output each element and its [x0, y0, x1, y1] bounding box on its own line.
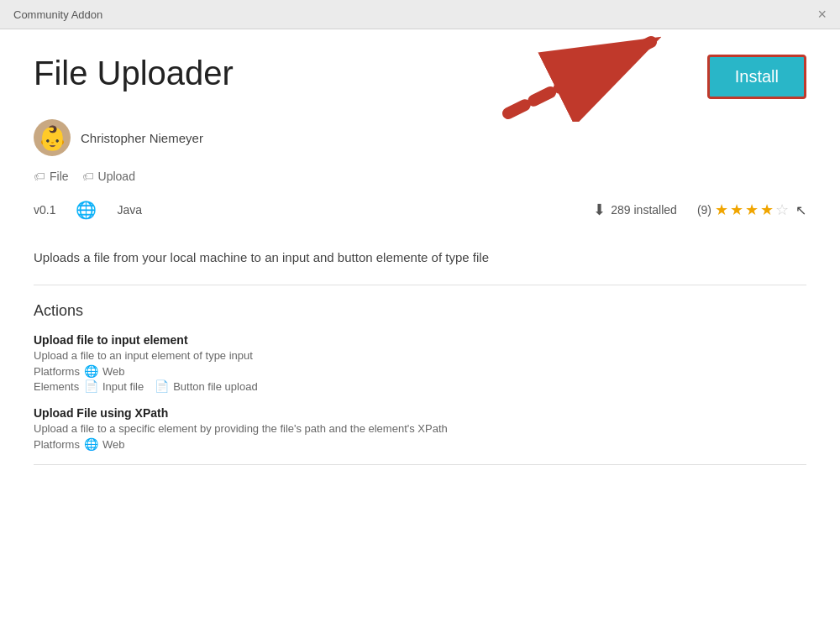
cursor-icon: ↖: [795, 202, 806, 218]
modal-body: File Uploader Install 👶: [0, 29, 840, 622]
action-item-1: Upload file to input element Upload a fi…: [34, 333, 806, 393]
download-icon: ⬇: [593, 201, 606, 219]
installs-count: 289 installed: [611, 203, 677, 217]
globe-icon-1: 🌐: [84, 364, 98, 378]
globe-icon: 🌐: [76, 200, 97, 220]
close-button[interactable]: ×: [817, 7, 827, 22]
arrow-graphic: [491, 29, 676, 122]
platforms-value-1: Web: [102, 365, 125, 378]
globe-icon-2: 🌐: [84, 437, 98, 451]
tags-row: 🏷 File 🏷 Upload: [34, 170, 806, 183]
divider-2: [34, 464, 806, 465]
svg-line-1: [508, 42, 651, 113]
star-4: ★: [760, 201, 774, 219]
tag-file-label: File: [50, 170, 69, 183]
action-2-name: Upload File using XPath: [34, 406, 806, 420]
tag-upload-icon: 🏷: [82, 170, 94, 183]
platforms-value-2: Web: [102, 438, 125, 451]
tag-upload-label: Upload: [98, 170, 135, 183]
tag-file-icon: 🏷: [34, 170, 45, 183]
modal-header: Community Addon ×: [0, 0, 840, 29]
elements-label-1: Elements: [34, 380, 80, 393]
star-5: ☆: [775, 201, 789, 219]
installs-row: ⬇ 289 installed: [593, 201, 677, 219]
language-label: Java: [117, 203, 142, 217]
install-button[interactable]: Install: [707, 55, 806, 99]
actions-title: Actions: [34, 302, 806, 320]
button-file-icon: 📄: [155, 379, 169, 393]
rating-row: (9) ★ ★ ★ ★ ☆ ↖: [697, 201, 806, 219]
star-2: ★: [730, 201, 743, 219]
element-input-file: Input file: [102, 380, 144, 393]
addon-description: Uploads a file from your local machine t…: [34, 250, 806, 264]
action-item-2: Upload File using XPath Upload a file to…: [34, 406, 806, 451]
avatar: 👶: [34, 119, 71, 156]
action-1-elements: Elements 📄 Input file 📄 Button file uplo…: [34, 379, 806, 393]
install-btn-wrapper: Install: [707, 55, 806, 99]
tag-upload: 🏷 Upload: [82, 170, 135, 183]
rating-count: (9): [697, 203, 711, 217]
tag-file: 🏷 File: [34, 170, 69, 183]
action-2-desc: Upload a file to a specific element by p…: [34, 422, 806, 435]
title-row: File Uploader Install: [34, 55, 806, 99]
platforms-label-1: Platforms: [34, 365, 80, 378]
addon-title: File Uploader: [34, 55, 234, 91]
star-1: ★: [715, 201, 728, 219]
action-1-desc: Upload a file to an input element of typ…: [34, 349, 806, 362]
stars: ★ ★ ★ ★ ☆: [715, 201, 789, 219]
input-file-icon: 📄: [84, 379, 98, 393]
action-2-platforms: Platforms 🌐 Web: [34, 437, 806, 451]
star-3: ★: [745, 201, 759, 219]
meta-row: v0.1 🌐 Java ⬇ 289 installed (9) ★ ★ ★ ★ …: [34, 200, 806, 235]
action-1-platforms: Platforms 🌐 Web: [34, 364, 806, 378]
author-row: 👶 Christopher Niemeyer: [34, 119, 806, 156]
platforms-label-2: Platforms: [34, 438, 80, 451]
modal-title: Community Addon: [13, 8, 102, 21]
version-label: v0.1: [34, 203, 55, 217]
author-name: Christopher Niemeyer: [81, 131, 203, 145]
modal-container: Community Addon × File Uploader Install: [0, 0, 840, 622]
action-1-name: Upload file to input element: [34, 333, 806, 347]
element-button-file: Button file upload: [173, 380, 257, 393]
divider-1: [34, 285, 806, 285]
